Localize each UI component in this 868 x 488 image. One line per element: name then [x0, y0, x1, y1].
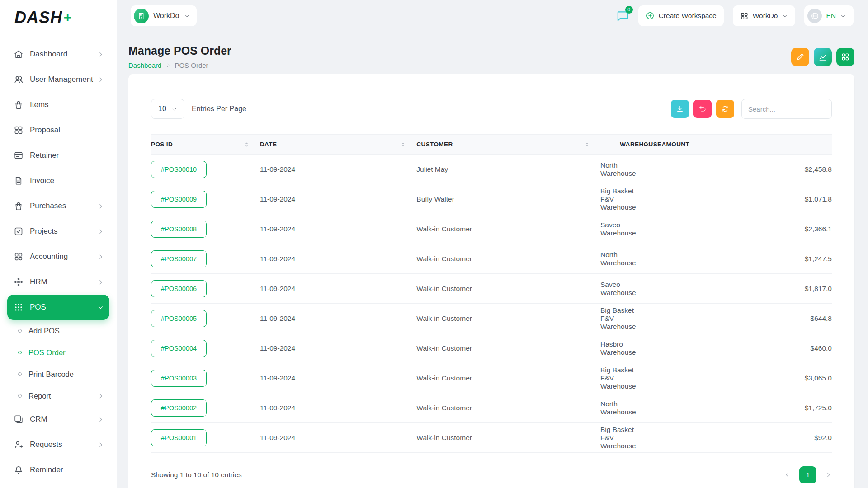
brand-logo[interactable]: DASH + [7, 0, 109, 35]
sidebar-item[interactable]: Requests [7, 432, 109, 457]
sidebar-item-label: CRM [30, 415, 97, 424]
chevron-right-icon [97, 416, 104, 423]
bullet-icon [18, 351, 22, 354]
topbar: WorkDo 0 Create Workspace WorkDo [117, 0, 868, 32]
pos-id-badge[interactable]: #POS00008 [151, 221, 207, 238]
pos-id-badge[interactable]: #POS00010 [151, 161, 207, 178]
quick-action-button[interactable] [814, 48, 832, 66]
cell-pos-id: #POS00008 [151, 214, 260, 244]
quick-action-button[interactable] [791, 48, 809, 66]
chevron-right-icon [97, 253, 104, 260]
bell-icon [14, 465, 24, 475]
pagination-page-1[interactable]: 1 [799, 466, 816, 483]
pos-id-badge[interactable]: #POS00003 [151, 370, 207, 387]
pos-id-badge[interactable]: #POS00005 [151, 310, 207, 327]
table-header-row: POS ID DATE CUSTOMER [151, 135, 832, 155]
column-header[interactable]: CUSTOMER [416, 135, 600, 155]
pos-order-table: POS ID DATE CUSTOMER [151, 134, 832, 453]
brand-name: DASH [14, 8, 62, 27]
pos-id-badge[interactable]: #POS00009 [151, 191, 207, 208]
cell-date: 11-09-2024 [260, 155, 416, 184]
sidebar-item[interactable]: Retainer [7, 143, 109, 168]
sidebar-item[interactable]: POS [7, 295, 109, 320]
cell-date: 11-09-2024 [260, 304, 416, 333]
cell-warehouse: Big Basket F&V Warehouse [600, 304, 662, 333]
undo-icon [698, 105, 707, 113]
entries-per-page-select[interactable]: 10 [151, 99, 184, 119]
breadcrumb-dashboard-link[interactable]: Dashboard [128, 61, 161, 69]
sidebar-item[interactable]: HRM [7, 269, 109, 295]
pagination-prev-button[interactable] [784, 471, 791, 479]
sidebar-item[interactable]: Invoice [7, 168, 109, 193]
chat-badge: 0 [625, 6, 633, 14]
sidebar-item-label: Proposal [30, 126, 104, 135]
sidebar-item[interactable]: Projects [7, 219, 109, 244]
workspace-selector[interactable]: WorkDo [131, 5, 197, 26]
cell-amount: $3,065.0 [661, 363, 832, 393]
sidebar-item[interactable]: Print Barcode [7, 363, 109, 385]
sidebar-item-label: Invoice [30, 176, 104, 185]
pos-id-badge[interactable]: #POS00001 [151, 429, 207, 446]
create-workspace-button[interactable]: Create Workspace [638, 5, 724, 26]
toolbar-action-button[interactable] [693, 100, 712, 118]
chat-button[interactable]: 0 [616, 9, 629, 23]
column-header[interactable]: POS ID [151, 135, 260, 155]
toolbar-action-button[interactable] [716, 100, 734, 118]
pagination-next-button[interactable] [825, 471, 832, 479]
cell-amount: $1,247.5 [661, 244, 832, 274]
pos-id-badge[interactable]: #POS00002 [151, 399, 207, 417]
check-square-icon [14, 226, 24, 236]
users-icon [14, 75, 24, 84]
sidebar-item[interactable]: Items [7, 92, 109, 117]
cell-customer: Walk-in Customer [416, 244, 600, 274]
sort-icon[interactable] [400, 141, 406, 148]
pos-id-badge[interactable]: #POS00006 [151, 280, 207, 297]
grid-icon [740, 12, 749, 20]
sidebar-item[interactable]: Accounting [7, 244, 109, 269]
pos-id-badge[interactable]: #POS00007 [151, 250, 207, 267]
chevron-right-icon [97, 51, 104, 58]
column-header-label: CUSTOMER [416, 141, 453, 148]
sidebar-item[interactable]: Reminder [7, 457, 109, 483]
sidebar-item[interactable]: Dashboard [7, 42, 109, 67]
pos-id-badge[interactable]: #POS00004 [151, 340, 207, 357]
sidebar-item-label: Requests [30, 440, 97, 449]
column-header[interactable]: WAREHOUSE [600, 135, 662, 155]
sidebar-item-label: Dashboard [30, 50, 97, 59]
chart-icon [818, 52, 827, 61]
cell-customer: Juliet May [416, 155, 600, 184]
sort-icon[interactable] [645, 141, 651, 148]
sidebar-item[interactable]: POS Order [7, 342, 109, 363]
download-icon [676, 105, 684, 113]
sidebar-item[interactable]: CRM [7, 407, 109, 432]
home-icon [14, 49, 24, 59]
user-menu-button[interactable]: WorkDo [733, 5, 796, 26]
sidebar-item[interactable]: User Management [7, 67, 109, 92]
sidebar-item[interactable]: Add POS [7, 320, 109, 342]
workspace-label: WorkDo [153, 12, 179, 20]
entries-per-page-value: 10 [158, 105, 166, 113]
grid-icon [14, 252, 24, 262]
sidebar-item[interactable]: Purchases [7, 193, 109, 219]
toolbar-action-button[interactable] [671, 100, 689, 118]
cell-amount: $1,725.0 [661, 393, 832, 423]
language-label: EN [826, 12, 836, 20]
chevron-right-icon [97, 203, 104, 210]
search-input[interactable] [741, 99, 832, 119]
sidebar-item[interactable]: Proposal [7, 117, 109, 143]
topbar-right: 0 Create Workspace WorkDo EN [616, 5, 854, 26]
cell-amount: $2,366.1 [661, 214, 832, 244]
sort-icon[interactable] [584, 141, 590, 148]
plus-circle-icon [646, 11, 655, 20]
cell-amount: $2,458.8 [661, 155, 832, 184]
cell-pos-id: #POS00010 [151, 155, 260, 184]
entries-summary: Showing 1 to 10 of 10 entries [151, 471, 242, 479]
column-header[interactable]: AMOUNT [661, 135, 832, 155]
sidebar-item[interactable]: Report [7, 385, 109, 407]
language-selector[interactable]: EN [804, 5, 854, 26]
sort-icon[interactable] [243, 141, 250, 148]
quick-action-button[interactable] [836, 48, 854, 66]
cell-customer: Walk-in Customer [416, 423, 600, 453]
column-header[interactable]: DATE [260, 135, 416, 155]
table-row: #POS00002 11-09-2024 Walk-in Customer No… [151, 393, 832, 423]
